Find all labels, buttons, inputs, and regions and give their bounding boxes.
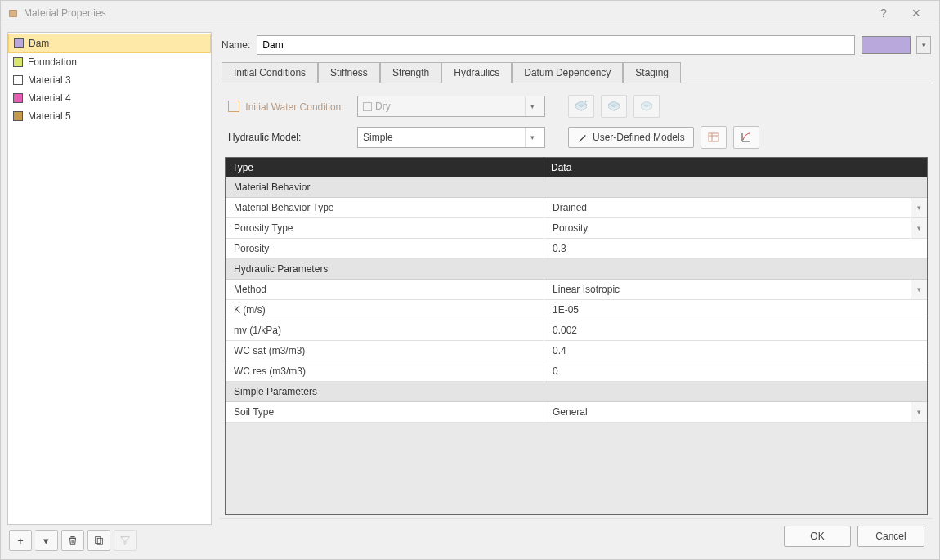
material-item-label: Dam: [29, 35, 49, 52]
material-swatch-icon: [13, 93, 23, 103]
material-swatch-icon: [14, 38, 24, 48]
header-type: Type: [226, 158, 544, 177]
svg-rect-3: [709, 133, 718, 141]
property-value[interactable]: 0.3: [544, 239, 927, 258]
chevron-down-icon[interactable]: ▾: [911, 198, 927, 217]
material-color-dropdown[interactable]: ▾: [916, 36, 931, 54]
property-value[interactable]: 0.4: [544, 341, 927, 361]
property-row: WC sat (m3/m3)0.4: [226, 341, 927, 361]
initial-water-checkbox[interactable]: [228, 101, 239, 112]
initial-water-select: Dry ▾: [357, 96, 545, 117]
property-row: K (m/s)1E-05: [226, 300, 927, 320]
hydraulic-model-label: Hydraulic Model:: [228, 132, 351, 143]
chevron-down-icon[interactable]: ▾: [911, 280, 927, 299]
table-settings-button[interactable]: [701, 126, 727, 149]
tab-datum[interactable]: Datum Dependency: [512, 62, 623, 83]
property-name: mv (1/kPa): [226, 320, 544, 340]
material-item-3[interactable]: Material 4: [8, 89, 211, 107]
add-material-dropdown[interactable]: ▾: [35, 530, 58, 551]
property-row: WC res (m3/m3)0: [226, 361, 927, 382]
initial-water-check-label[interactable]: Initial Water Condition:: [228, 101, 351, 113]
cube-button-3[interactable]: [633, 95, 660, 118]
help-button[interactable]: ?: [867, 1, 900, 25]
material-swatch-icon: [13, 111, 23, 121]
cancel-button[interactable]: Cancel: [857, 526, 924, 547]
property-value[interactable]: Linear Isotropic▾: [544, 280, 927, 299]
material-item-4[interactable]: Material 5: [8, 107, 211, 125]
name-label: Name:: [222, 39, 250, 51]
property-grid-header: Type Data: [226, 158, 927, 177]
material-name-input[interactable]: [257, 35, 855, 55]
property-name: Porosity Type: [226, 218, 544, 238]
user-defined-models-button[interactable]: User-Defined Models: [568, 127, 694, 148]
tab-hydraulics[interactable]: Hydraulics: [441, 62, 512, 83]
svg-text:+: +: [584, 99, 588, 105]
tab-strength[interactable]: Strength: [380, 62, 441, 83]
delete-material-button[interactable]: [61, 530, 84, 551]
materials-list[interactable]: DamFoundationMaterial 3Material 4Materia…: [7, 32, 212, 525]
property-row: Soil TypeGeneral▾: [226, 402, 927, 423]
sidebar-toolbar: + ▾: [7, 530, 212, 553]
plot-button[interactable]: [733, 126, 759, 149]
cube-button-2[interactable]: [601, 95, 627, 118]
chevron-down-icon[interactable]: ▾: [911, 402, 927, 422]
copy-material-button[interactable]: [87, 530, 110, 551]
material-item-label: Foundation: [28, 54, 77, 70]
hydraulics-panel: Initial Water Condition: Dry ▾ +: [220, 83, 933, 518]
material-color-swatch[interactable]: [862, 36, 911, 54]
add-layer-button[interactable]: +: [568, 95, 594, 118]
section-header: Material Behavior: [226, 177, 927, 198]
material-properties-dialog: Material Properties ? ✕ DamFoundationMat…: [0, 0, 940, 560]
property-value[interactable]: 0: [544, 361, 927, 381]
property-value[interactable]: 1E-05: [544, 300, 927, 320]
property-value[interactable]: 0.002: [544, 320, 927, 340]
window-title: Material Properties: [24, 7, 106, 19]
dialog-footer: OK Cancel: [220, 518, 933, 553]
close-button[interactable]: ✕: [900, 1, 933, 25]
property-name: WC res (m3/m3): [226, 361, 544, 381]
property-value[interactable]: General▾: [544, 402, 927, 422]
property-name: Porosity: [226, 239, 544, 258]
property-name: Material Behavior Type: [226, 198, 544, 217]
property-row: Porosity0.3: [226, 239, 927, 259]
property-name: Soil Type: [226, 402, 544, 422]
material-swatch-icon: [13, 57, 23, 67]
property-name: WC sat (m3/m3): [226, 341, 544, 361]
tab-initial[interactable]: Initial Conditions: [222, 62, 318, 83]
section-header: Simple Parameters: [226, 382, 927, 402]
property-row: MethodLinear Isotropic▾: [226, 280, 927, 300]
tab-staging[interactable]: Staging: [623, 62, 681, 83]
filter-button[interactable]: [114, 530, 137, 551]
hydraulic-model-select[interactable]: Simple ▾: [357, 127, 545, 148]
material-item-0[interactable]: Dam: [8, 34, 211, 53]
section-header: Hydraulic Parameters: [226, 259, 927, 280]
tab-bar: Initial ConditionsStiffnessStrengthHydra…: [222, 61, 931, 83]
property-row: Porosity TypePorosity▾: [226, 218, 927, 239]
chevron-down-icon[interactable]: ▾: [911, 218, 927, 238]
property-name: K (m/s): [226, 300, 544, 320]
tab-stiffness[interactable]: Stiffness: [318, 62, 380, 83]
app-icon: [7, 7, 19, 19]
property-row: Material Behavior TypeDrained▾: [226, 198, 927, 218]
add-material-button[interactable]: +: [9, 530, 32, 551]
property-value[interactable]: Porosity▾: [544, 218, 927, 238]
header-data: Data: [544, 158, 927, 177]
ok-button[interactable]: OK: [784, 526, 851, 547]
material-item-label: Material 5: [28, 108, 71, 124]
property-grid: Type Data Material BehaviorMaterial Beha…: [225, 157, 928, 515]
property-name: Method: [226, 280, 544, 299]
material-item-2[interactable]: Material 3: [8, 71, 211, 89]
material-swatch-icon: [13, 75, 23, 85]
material-item-1[interactable]: Foundation: [8, 53, 211, 71]
property-row: mv (1/kPa)0.002: [226, 320, 927, 341]
property-value[interactable]: Drained▾: [544, 198, 927, 217]
material-item-label: Material 3: [28, 72, 71, 88]
material-item-label: Material 4: [28, 90, 71, 106]
titlebar: Material Properties ? ✕: [1, 1, 939, 25]
